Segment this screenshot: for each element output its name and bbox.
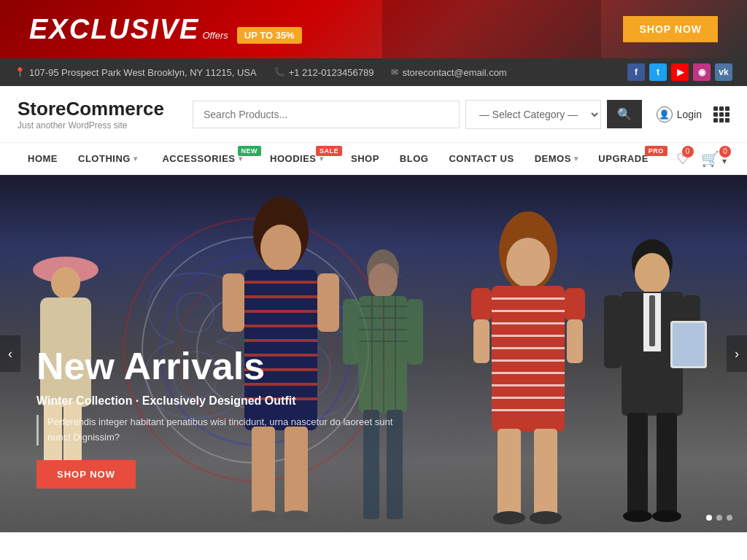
svg-rect-47	[567, 319, 583, 363]
svg-rect-40	[492, 372, 565, 374]
svg-point-29	[249, 510, 278, 522]
slider-dot-1[interactable]	[706, 515, 712, 521]
slider-dots	[706, 515, 732, 521]
info-bar-left: 📍 107-95 Prospect Park West Brooklyn, NY…	[15, 67, 507, 78]
svg-rect-20	[244, 339, 317, 342]
grid-menu-icon[interactable]	[713, 106, 729, 122]
grid-dot	[719, 106, 724, 111]
discount-badge: UP TO 35%	[237, 27, 302, 44]
top-banner: EXCLUSIVE Offers UP TO 35% SHOP NOW	[0, 0, 747, 58]
wishlist-count: 0	[682, 146, 694, 158]
address-text: 107-95 Prospect Park West Brooklyn, NY 1…	[29, 67, 257, 78]
svg-rect-44	[471, 288, 492, 321]
svg-rect-45	[565, 288, 585, 321]
grid-dot	[713, 106, 718, 111]
nav-home-label: HOME	[28, 153, 58, 164]
sale-badge: SALE	[316, 146, 342, 156]
figure-right	[455, 211, 601, 532]
svg-rect-57	[604, 295, 622, 368]
svg-rect-60	[673, 323, 705, 366]
hero-shop-now-button[interactable]: SHOP NOW	[36, 460, 136, 489]
wishlist-icon[interactable]: 0 ♡	[673, 147, 692, 171]
nav-upgrade-label: UPGRADE	[598, 153, 649, 164]
vk-icon[interactable]: vk	[715, 63, 732, 81]
grid-dot	[719, 118, 724, 122]
slider-prev-button[interactable]: ‹	[0, 335, 20, 372]
svg-point-14	[260, 225, 301, 271]
hero-description-block: Perferendis integer habitant penatibus w…	[36, 415, 416, 446]
nav-item-blog[interactable]: BLOG	[390, 143, 439, 174]
svg-point-63	[623, 510, 652, 522]
grid-dot	[725, 118, 729, 122]
nav-shop-label: SHOP	[351, 153, 379, 164]
svg-point-53	[635, 253, 670, 294]
nav-item-clothing[interactable]: CLOTHING ▾	[68, 143, 152, 174]
nav-cart-area: 0 ♡ 0 🛒 ▾	[673, 147, 729, 171]
nav-item-contact[interactable]: CONTACT US	[438, 143, 524, 174]
svg-rect-34	[492, 298, 565, 300]
svg-rect-43	[492, 409, 565, 411]
svg-point-64	[652, 510, 681, 522]
svg-rect-16	[244, 281, 317, 284]
svg-rect-17	[244, 295, 317, 298]
cart-dropdown-arrow: ▾	[722, 156, 727, 166]
nav-demos-label: DEMOS	[535, 153, 571, 164]
logo-title: StoreCommerce	[18, 98, 178, 120]
email-icon: ✉	[391, 67, 398, 77]
nav-contact-label: CONTACT US	[449, 153, 514, 164]
chevron-down-icon: ▾	[574, 155, 578, 163]
hero-section: 868	[0, 175, 747, 532]
svg-rect-49	[534, 429, 557, 516]
cart-icon[interactable]: 0 🛒 ▾	[698, 147, 729, 171]
nav-item-upgrade[interactable]: UPGRADE PRO	[588, 143, 666, 174]
svg-rect-42	[492, 397, 565, 399]
nav-bar: HOME CLOTHING ▾ ACCESSORIES ▾ NEW HOODIE…	[0, 143, 747, 175]
facebook-icon[interactable]: f	[627, 63, 645, 81]
nav-item-hoodies[interactable]: HOODIES ▾ SALE	[260, 143, 341, 174]
svg-rect-37	[492, 335, 565, 337]
slider-dot-2[interactable]	[716, 515, 722, 521]
nav-item-shop[interactable]: SHOP	[341, 143, 390, 174]
banner-shop-now-button[interactable]: SHOP NOW	[623, 16, 718, 42]
login-label: Login	[677, 109, 702, 120]
svg-rect-56	[649, 295, 655, 346]
banner-text: EXCLUSIVE Offers UP TO 35%	[29, 14, 302, 45]
grid-dot	[719, 112, 724, 117]
phone-item: 📞 +1 212-0123456789	[274, 67, 374, 78]
slider-dot-3[interactable]	[727, 515, 732, 521]
nav-item-home[interactable]: HOME	[18, 143, 68, 174]
nav-item-demos[interactable]: DEMOS ▾	[525, 143, 589, 174]
svg-rect-62	[657, 413, 677, 515]
grid-dot	[725, 112, 729, 117]
social-icons: f t ▶ ◉ vk	[627, 63, 732, 81]
login-button[interactable]: 👤 Login	[657, 106, 702, 122]
svg-point-7	[51, 267, 80, 299]
svg-rect-41	[492, 384, 565, 386]
offers-label: Offers	[202, 30, 228, 41]
cart-count: 0	[719, 146, 731, 158]
instagram-icon[interactable]: ◉	[693, 63, 711, 81]
search-button[interactable]: 🔍	[607, 100, 642, 128]
pro-badge: PRO	[645, 146, 667, 156]
search-input[interactable]	[193, 101, 460, 128]
slider-next-button[interactable]: ›	[727, 335, 747, 372]
svg-point-32	[506, 238, 550, 287]
twitter-icon[interactable]: t	[649, 63, 667, 81]
svg-rect-18	[244, 310, 317, 313]
svg-rect-25	[222, 273, 244, 332]
nav-links: HOME CLOTHING ▾ ACCESSORIES ▾ NEW HOODIE…	[18, 143, 666, 174]
info-bar: 📍 107-95 Prospect Park West Brooklyn, NY…	[0, 58, 747, 86]
svg-rect-19	[244, 324, 317, 327]
svg-rect-36	[492, 322, 565, 324]
svg-point-51	[530, 511, 562, 524]
grid-dot	[713, 112, 718, 117]
chevron-down-icon: ▾	[133, 155, 138, 163]
figure-man	[594, 233, 711, 532]
grid-dot	[713, 118, 718, 122]
youtube-icon[interactable]: ▶	[671, 63, 689, 81]
category-select[interactable]: — Select Category —	[465, 100, 601, 129]
nav-item-accessories[interactable]: ACCESSORIES ▾ NEW	[152, 143, 260, 174]
nav-hoodies-label: HOODIES	[270, 153, 316, 164]
svg-rect-35	[492, 310, 565, 312]
phone-text: +1 212-0123456789	[289, 67, 374, 78]
